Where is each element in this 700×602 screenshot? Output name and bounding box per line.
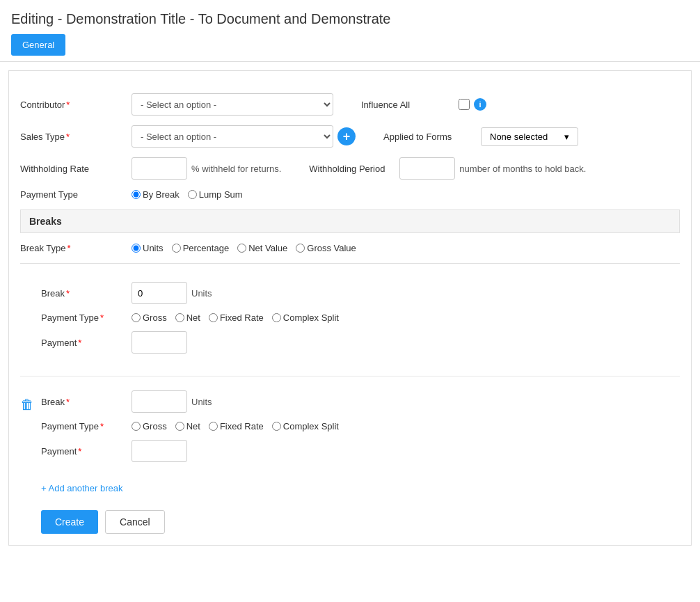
payment-type-label: Payment Type [20, 189, 132, 200]
page-title: Editing - Demonstration Title - To Docum… [0, 0, 700, 34]
payment-type-by-break-label[interactable]: By Break [132, 189, 180, 200]
break1-input[interactable] [132, 282, 187, 304]
sales-type-row: Sales Type* - Select an option - + Appli… [20, 125, 680, 148]
break2-gross-radio[interactable] [132, 422, 141, 431]
influence-all-checkbox[interactable] [459, 99, 470, 110]
withholding-period-section: Withholding Period number of months to h… [309, 157, 586, 180]
break2-input[interactable] [132, 390, 187, 413]
break1-net-radio[interactable] [175, 313, 184, 322]
break-block-2: 🗑 Break* Units Payment Type* Gross Net [20, 383, 680, 477]
create-button[interactable]: Create [41, 510, 98, 534]
break-type-net-value-text: Net Value [248, 243, 287, 253]
influence-all-label: Influence All [361, 100, 459, 110]
break2-row: Break* Units [41, 390, 680, 413]
payment-type-by-break-radio[interactable] [132, 190, 141, 199]
cancel-button[interactable]: Cancel [105, 510, 165, 534]
break-type-net-value-radio[interactable] [237, 244, 246, 253]
break2-net-radio[interactable] [175, 422, 184, 431]
payment-type-options: By Break Lump Sum [132, 189, 248, 200]
break1-fixed-rate-text: Fixed Rate [220, 312, 264, 323]
withholding-period-suffix: number of months to hold back. [459, 164, 586, 174]
add-sales-type-button[interactable]: + [337, 127, 356, 145]
withholding-period-label: Withholding Period [309, 164, 399, 174]
break2-net-label[interactable]: Net [175, 421, 200, 431]
break2-fixed-rate-text: Fixed Rate [220, 421, 264, 431]
applied-to-forms-dropdown[interactable]: None selected ▾ [481, 127, 578, 146]
break2-complex-split-text: Complex Split [283, 421, 339, 431]
break1-payment-input[interactable] [132, 331, 187, 354]
break2-payment-label: Payment* [41, 446, 132, 457]
break2-units-text: Units [191, 397, 212, 407]
general-tab[interactable]: General [11, 34, 65, 56]
withholding-rate-input[interactable] [132, 157, 187, 180]
break1-gross-radio[interactable] [132, 313, 141, 322]
break-type-percentage-radio[interactable] [172, 244, 181, 253]
payment-type-row: Payment Type By Break Lump Sum [20, 189, 680, 200]
break2-complex-split-radio[interactable] [272, 422, 281, 431]
break2-fixed-rate-radio[interactable] [209, 422, 218, 431]
break-separator [20, 376, 680, 377]
dropdown-arrow-icon: ▾ [564, 132, 569, 142]
break1-payment-row: Payment* [41, 331, 680, 354]
payment-type-lump-sum-text: Lump Sum [199, 189, 243, 200]
breaks-divider [20, 263, 680, 264]
break2-complex-split-label[interactable]: Complex Split [272, 421, 339, 431]
break1-fixed-rate-radio[interactable] [209, 313, 218, 322]
break-type-units-text: Units [143, 243, 164, 253]
break2-payment-options: Gross Net Fixed Rate Complex Split [132, 421, 344, 431]
break-block-1: Break* Units Payment Type* Gross Net [20, 275, 680, 369]
break-type-gross-value-text: Gross Value [307, 243, 356, 253]
withholding-rate-row: Withholding Rate % withheld for returns.… [20, 157, 680, 180]
applied-to-forms-value: None selected [490, 132, 548, 142]
break1-net-label[interactable]: Net [175, 312, 200, 323]
sales-type-label: Sales Type* [20, 132, 132, 142]
break1-units-text: Units [191, 288, 212, 299]
break1-label: Break* [41, 288, 132, 299]
break-type-units-label[interactable]: Units [132, 243, 164, 253]
break1-gross-text: Gross [143, 312, 167, 323]
break1-gross-label[interactable]: Gross [132, 312, 167, 323]
break1-complex-split-label[interactable]: Complex Split [272, 312, 339, 323]
breaks-section-header: Breaks [20, 209, 680, 233]
break-type-options: Units Percentage Net Value Gross Value [132, 243, 362, 253]
withholding-period-input[interactable] [399, 157, 455, 180]
delete-break2-icon[interactable]: 🗑 [20, 397, 34, 413]
break-type-row: Break Type* Units Percentage Net Value G… [20, 243, 680, 253]
break2-payment-type-label: Payment Type* [41, 421, 132, 431]
break-type-gross-value-radio[interactable] [296, 244, 305, 253]
contributor-row: Contributor* - Select an option - Influe… [20, 93, 680, 116]
sales-type-select[interactable]: - Select an option - [132, 125, 333, 148]
payment-type-by-break-text: By Break [143, 189, 180, 200]
break-type-percentage-label[interactable]: Percentage [172, 243, 230, 253]
break1-complex-split-radio[interactable] [272, 313, 281, 322]
applied-to-forms-label: Applied to Forms [383, 132, 481, 142]
break1-payment-options: Gross Net Fixed Rate Complex Split [132, 312, 344, 323]
break-type-percentage-text: Percentage [183, 243, 230, 253]
break2-gross-label[interactable]: Gross [132, 421, 167, 431]
contributor-label: Contributor* [20, 100, 132, 110]
withholding-rate-suffix: % withheld for returns. [191, 164, 281, 174]
add-break-link[interactable]: + Add another break [41, 483, 122, 493]
payment-type-lump-sum-label[interactable]: Lump Sum [188, 189, 243, 200]
contributor-select[interactable]: - Select an option - [132, 93, 333, 116]
break1-row: Break* Units [41, 282, 680, 304]
withholding-rate-input-group: % withheld for returns. [132, 157, 281, 180]
tab-bar: General [0, 34, 700, 62]
break-type-units-radio[interactable] [132, 244, 141, 253]
withholding-rate-label: Withholding Rate [20, 164, 132, 174]
payment-type-lump-sum-radio[interactable] [188, 190, 197, 199]
break1-payment-type-label: Payment Type* [41, 312, 132, 323]
bottom-buttons: Create Cancel [20, 510, 680, 534]
break-type-net-value-label[interactable]: Net Value [237, 243, 287, 253]
break-type-gross-value-label[interactable]: Gross Value [296, 243, 356, 253]
break1-complex-split-text: Complex Split [283, 312, 339, 323]
break2-net-text: Net [186, 421, 200, 431]
break2-payment-input[interactable] [132, 440, 187, 462]
break2-fixed-rate-label[interactable]: Fixed Rate [209, 421, 264, 431]
break1-fixed-rate-label[interactable]: Fixed Rate [209, 312, 264, 323]
break1-payment-label: Payment* [41, 338, 132, 348]
form-container: Contributor* - Select an option - Influe… [8, 70, 692, 546]
required-star: * [66, 100, 70, 110]
info-icon[interactable]: i [474, 98, 486, 111]
break2-gross-text: Gross [143, 421, 167, 431]
